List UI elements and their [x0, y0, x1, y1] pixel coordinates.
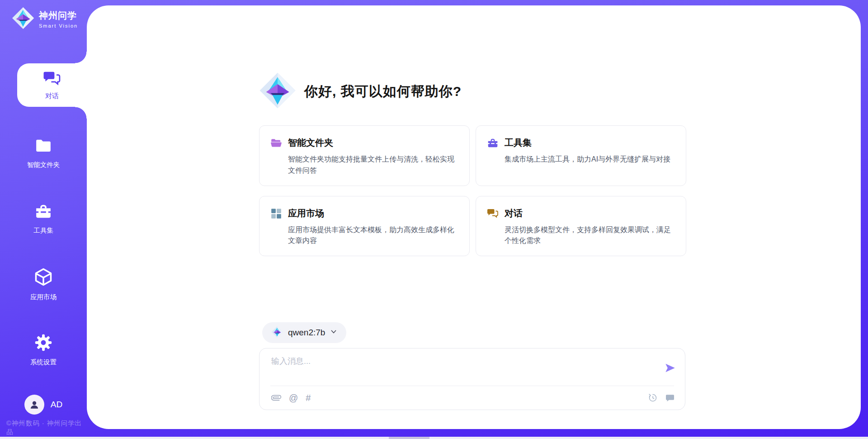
sidebar-item-settings[interactable]: 系统设置: [0, 329, 87, 371]
sidebar-item-toolset[interactable]: 工具集: [0, 198, 87, 239]
card-description: 应用市场提供丰富长文本模板，助力高效生成多样化文章内容: [288, 224, 458, 247]
toolbox-icon: [487, 137, 499, 177]
card-app-market[interactable]: 应用市场 应用市场提供丰富长文本模板，助力高效生成多样化文章内容: [259, 196, 470, 257]
tab-connector-bottom: [75, 107, 87, 119]
attachment-icon[interactable]: [271, 393, 281, 403]
user-account[interactable]: AD: [0, 394, 87, 415]
card-title: 对话: [505, 207, 674, 220]
gear-icon: [34, 333, 53, 354]
card-description: 集成市场上主流工具，助力AI与外界无缝扩展与对接: [505, 154, 670, 165]
sidebar-item-smart-folder[interactable]: 智能文件夹: [0, 132, 87, 174]
folder-icon: [34, 137, 53, 157]
brand-logo-icon: [12, 6, 34, 32]
sidebar: 神州问学 Smart Vision 对话 智能文件夹: [0, 0, 87, 439]
sidebar-item-label: 工具集: [33, 226, 53, 235]
feedback-bubble-icon[interactable]: [665, 393, 675, 403]
sidebar-item-label: 对话: [45, 92, 59, 100]
sidebar-item-app-market[interactable]: 应用市场: [0, 263, 87, 305]
feature-cards: 智能文件夹 智能文件夹功能支持批量文件上传与清洗，轻松实现文件问答 工具集 集成…: [259, 125, 686, 256]
message-input[interactable]: [271, 356, 651, 381]
card-title: 应用市场: [288, 207, 458, 220]
history-icon[interactable]: [648, 393, 658, 403]
scrollbar-thumb[interactable]: [389, 437, 429, 439]
greeting-title: 你好, 我可以如何帮助你?: [304, 82, 462, 101]
chat-bubbles-icon: [43, 70, 61, 88]
model-selector[interactable]: qwen2:7b: [262, 322, 346, 343]
tab-connector-top: [75, 52, 87, 63]
card-description: 智能文件夹功能支持批量文件上传与清洗，轻松实现文件问答: [288, 154, 458, 177]
card-chat[interactable]: 对话 灵活切换多模型文件，支持多样回复效果调试，满足个性化需求: [476, 196, 686, 257]
user-initials: AD: [51, 400, 62, 410]
greeting-row: 你好, 我可以如何帮助你?: [259, 72, 462, 111]
main-content-panel: 你好, 我可以如何帮助你? 智能文件夹 智能文件夹功能支持批量文件上传与清洗，轻…: [87, 5, 861, 429]
hashtag-icon[interactable]: #: [306, 393, 311, 403]
model-logo-icon: [271, 326, 283, 340]
chevron-down-icon: [330, 328, 337, 337]
composer-divider: [270, 386, 674, 386]
folder-open-icon: [270, 137, 282, 177]
sidebar-item-label: 应用市场: [30, 293, 57, 301]
composer-toolbar-right: [648, 393, 675, 403]
card-title: 工具集: [505, 137, 670, 149]
model-name: qwen2:7b: [288, 328, 325, 338]
toolbox-icon: [34, 202, 53, 222]
sidebar-item-label: 智能文件夹: [27, 161, 60, 169]
horizontal-scrollbar[interactable]: [0, 437, 868, 439]
send-icon[interactable]: [664, 362, 676, 374]
card-toolset[interactable]: 工具集 集成市场上主流工具，助力AI与外界无缝扩展与对接: [476, 125, 686, 186]
sidebar-item-chat[interactable]: 对话: [17, 63, 87, 107]
brand-subtitle: Smart Vision: [39, 23, 78, 29]
brand[interactable]: 神州问学 Smart Vision: [12, 6, 78, 32]
copyright-footer: ©神州数码 · 神州问学出品: [6, 419, 87, 436]
sidebar-item-label: 系统设置: [30, 358, 57, 367]
composer-toolbar-left: @ #: [271, 393, 311, 403]
card-title: 智能文件夹: [288, 137, 458, 149]
avatar: [24, 395, 44, 415]
chat-bubbles-icon: [487, 207, 499, 247]
grid-icon: [270, 207, 282, 247]
card-smart-folder[interactable]: 智能文件夹 智能文件夹功能支持批量文件上传与清洗，轻松实现文件问答: [259, 125, 470, 186]
message-composer: @ #: [259, 348, 685, 410]
cube-icon: [33, 267, 53, 289]
app-logo-icon: [259, 72, 296, 111]
mention-icon[interactable]: @: [289, 393, 298, 403]
card-description: 灵活切换多模型文件，支持多样回复效果调试，满足个性化需求: [505, 224, 674, 247]
brand-name: 神州问学: [39, 10, 78, 22]
